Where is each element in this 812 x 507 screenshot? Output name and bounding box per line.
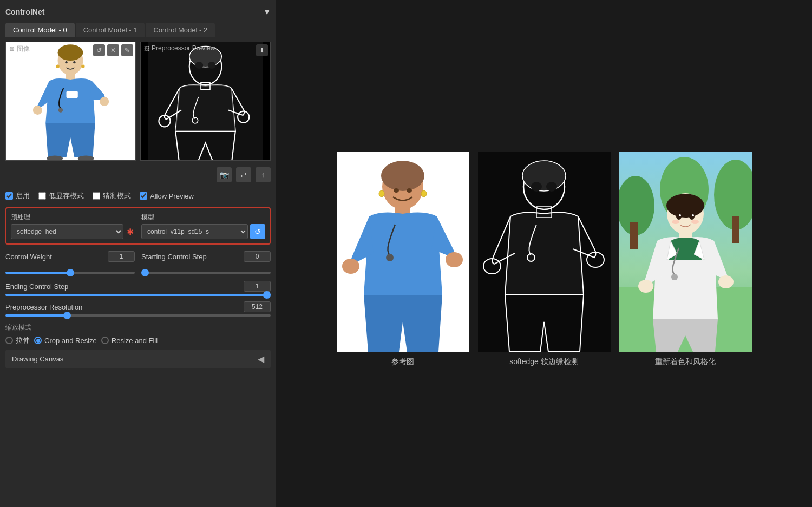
low-mem-label: 低显存模式: [49, 191, 84, 201]
camera-btn[interactable]: 📷: [217, 167, 232, 182]
guess-checkbox-item[interactable]: 猜测模式: [93, 191, 131, 201]
control-weight-header: Control Weight 1: [5, 251, 135, 262]
tab-bar: Control Model - 0 Control Model - 1 Cont…: [5, 23, 271, 37]
refresh-source-btn[interactable]: ↺: [93, 44, 105, 56]
model-row: 预处理 softedge_hed ✱ 模型 control_v11p_sd15_…: [11, 213, 265, 239]
tab-control-model-1[interactable]: Control Model - 1: [76, 23, 145, 37]
svg-point-10: [65, 61, 67, 63]
gallery-edge-svg: [478, 152, 611, 352]
model-select[interactable]: control_v11p_sd15_s: [141, 224, 248, 239]
scale-crop-resize-btn[interactable]: Crop and Resize: [34, 335, 97, 345]
tab-control-model-2[interactable]: Control Model - 2: [146, 23, 215, 37]
enable-checkbox-item[interactable]: 启用: [5, 191, 30, 201]
checkbox-row: 启用 低显存模式 猜测模式 Allow Preview: [5, 189, 271, 203]
gallery-placeholder-0: [337, 152, 469, 352]
panel-header: ControlNet ▼: [5, 5, 271, 18]
download-preprocessor-btn[interactable]: ⬇: [256, 44, 268, 56]
brush-source-btn[interactable]: ✎: [121, 44, 133, 56]
panel-title: ControlNet: [5, 8, 44, 16]
svg-point-37: [531, 182, 542, 192]
svg-point-52: [666, 194, 704, 218]
guess-label: 猜测模式: [103, 191, 131, 201]
gallery-item-0: 参考图: [337, 152, 469, 367]
ending-step-header: Ending Control Step 1: [5, 281, 271, 292]
svg-point-13: [81, 64, 84, 68]
preprocessor-res-header: Preprocessor Resolution 512: [5, 301, 271, 312]
enable-checkbox[interactable]: [5, 192, 13, 200]
preprocessor-select-row: softedge_hed ✱: [11, 224, 135, 239]
close-source-btn[interactable]: ✕: [107, 44, 119, 56]
svg-point-25: [381, 161, 424, 191]
gallery-styled-svg: [619, 152, 752, 352]
scale-fill-radio: [101, 337, 109, 344]
image-gallery: 参考图: [337, 152, 752, 367]
svg-point-4: [33, 106, 42, 115]
preprocessor-res-value: 512: [244, 301, 271, 312]
preprocessor-col: 预处理 softedge_hed ✱: [11, 213, 135, 239]
preprocessor-select[interactable]: softedge_hed: [11, 224, 123, 239]
preprocessor-controls: ⬇: [256, 44, 268, 56]
scale-section: 缩放模式 拉伸 Crop and Resize Resize and Fill: [5, 323, 271, 345]
starting-step-label: Starting Control Step: [141, 253, 207, 261]
ending-step-label: Ending Control Step: [5, 282, 68, 291]
model-col: 模型 control_v11p_sd15_s ↺: [141, 213, 265, 239]
preprocessor-res-range[interactable]: [5, 314, 271, 317]
svg-point-61: [672, 220, 679, 224]
guess-checkbox[interactable]: [93, 192, 100, 200]
source-image-container: 🖼 图像 ↺ ✕ ✎: [5, 42, 136, 161]
model-refresh-btn[interactable]: ↺: [250, 224, 265, 239]
star-btn[interactable]: ✱: [126, 227, 135, 237]
svg-point-6: [58, 108, 63, 113]
model-select-row: control_v11p_sd15_s ↺: [141, 224, 265, 239]
starting-step-track: [141, 267, 271, 275]
drawing-canvas-label: Drawing Canvas: [12, 355, 63, 363]
low-mem-checkbox-item[interactable]: 低显存模式: [38, 191, 84, 201]
starting-step-slider-row: Starting Control Step 0: [141, 251, 271, 262]
preprocessor-res-label: Preprocessor Resolution: [5, 303, 82, 311]
allow-preview-checkbox[interactable]: [140, 192, 147, 200]
drawing-canvas-row[interactable]: Drawing Canvas ◀: [5, 350, 271, 368]
scale-stretch-btn[interactable]: 拉伸: [5, 335, 30, 345]
svg-point-11: [73, 61, 75, 63]
svg-point-30: [407, 188, 412, 193]
svg-point-32: [379, 190, 384, 197]
gallery-item-1: softedge 软边缘检测: [478, 152, 611, 367]
scale-crop-inner: [36, 339, 40, 343]
svg-rect-7: [67, 91, 78, 98]
model-section: 预处理 softedge_hed ✱ 模型 control_v11p_sd15_…: [5, 207, 271, 245]
image-row: 🖼 图像 ↺ ✕ ✎: [5, 42, 271, 161]
scale-resize-fill-btn[interactable]: Resize and Fill: [101, 335, 158, 345]
gallery-placeholder-1: [478, 152, 611, 352]
scale-crop-radio: [34, 337, 42, 344]
svg-point-58: [689, 213, 695, 220]
panel-chevron[interactable]: ▼: [263, 8, 271, 16]
svg-point-38: [546, 182, 557, 192]
low-mem-checkbox[interactable]: [38, 192, 46, 200]
svg-point-29: [394, 188, 399, 193]
control-weight-slider-row: Control Weight 1: [5, 251, 135, 262]
tab-control-model-0[interactable]: Control Model - 0: [5, 23, 75, 37]
control-weight-value: 1: [108, 251, 135, 262]
allow-preview-label: Allow Preview: [150, 192, 194, 200]
ending-step-range[interactable]: [5, 294, 271, 296]
allow-preview-checkbox-item[interactable]: Allow Preview: [140, 192, 194, 200]
ending-step-slider-row: Ending Control Step 1: [5, 281, 271, 296]
control-weight-range[interactable]: [5, 272, 135, 274]
svg-point-36: [522, 161, 566, 191]
starting-step-header: Starting Control Step 0: [141, 251, 271, 262]
svg-point-28: [446, 252, 463, 267]
svg-rect-47: [630, 222, 638, 249]
left-panel: ControlNet ▼ Control Model - 0 Control M…: [0, 0, 276, 507]
edge-svg: [141, 42, 270, 160]
starting-step-range[interactable]: [141, 272, 271, 274]
svg-point-60: [692, 214, 694, 216]
up-btn[interactable]: ↑: [256, 167, 271, 182]
swap-btn[interactable]: ⇄: [236, 167, 251, 182]
preprocessor-res-slider-row: Preprocessor Resolution 512: [5, 301, 271, 317]
sliders-section: Control Weight 1 Starting Control Step 0: [5, 249, 271, 319]
svg-point-18: [208, 62, 216, 69]
svg-point-31: [386, 254, 394, 261]
right-panel: 参考图: [276, 0, 812, 507]
svg-point-59: [679, 214, 681, 216]
gallery-caption-2: 重新着色和风格化: [655, 357, 716, 367]
